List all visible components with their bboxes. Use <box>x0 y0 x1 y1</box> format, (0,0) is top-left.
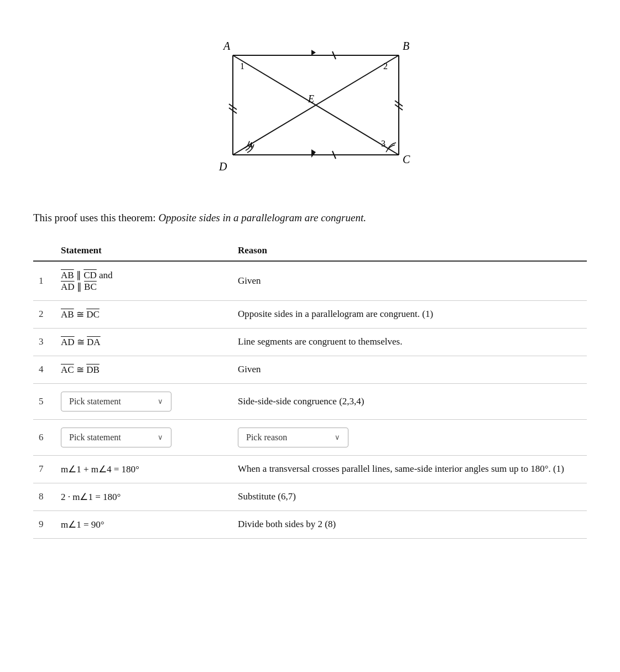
pick-statement-5-label: Pick statement <box>69 397 121 407</box>
table-row: 8 2 · m∠1 = 180° Substitute (6,7) <box>33 483 587 510</box>
col-header-statement: Statement <box>55 242 232 261</box>
label-B: B <box>403 40 409 52</box>
statement-4: AC ≅ DB <box>55 356 232 383</box>
table-row: 9 m∠1 = 90° Divide both sides by 2 (8) <box>33 510 587 538</box>
row-num-6: 6 <box>33 419 55 455</box>
statement-7: m∠1 + m∠4 = 180° <box>55 455 232 483</box>
chevron-down-icon: ∨ <box>158 397 163 406</box>
chevron-down-icon: ∨ <box>335 433 340 442</box>
pick-statement-5-button[interactable]: Pick statement ∨ <box>61 392 171 411</box>
statement-9: m∠1 = 90° <box>55 510 232 538</box>
statement-2: AB ≅ DC <box>55 300 232 328</box>
reason-4: Given <box>232 356 587 383</box>
pick-reason-6-label: Pick reason <box>246 433 287 442</box>
row-num-3: 3 <box>33 328 55 356</box>
col-header-reason: Reason <box>232 242 587 261</box>
reason-3: Line segments are congruent to themselve… <box>232 328 587 356</box>
pick-statement-6-label: Pick statement <box>69 433 121 442</box>
table-row: 5 Pick statement ∨ Side-side-side congru… <box>33 383 587 419</box>
label-2: 2 <box>383 61 388 71</box>
table-row: 3 AD ≅ DA Line segments are congruent to… <box>33 328 587 356</box>
pick-reason-6-button[interactable]: Pick reason ∨ <box>238 428 348 447</box>
label-A: A <box>222 40 231 52</box>
reason-6: Pick reason ∨ <box>232 419 587 455</box>
label-3: 3 <box>381 139 385 148</box>
statement-6: Pick statement ∨ <box>55 419 232 455</box>
row-num-7: 7 <box>33 455 55 483</box>
row-num-9: 9 <box>33 510 55 538</box>
label-1: 1 <box>240 61 244 71</box>
statement-1: AB ∥ CD and AD ∥ BC <box>55 261 232 301</box>
row-num-8: 8 <box>33 483 55 510</box>
chevron-down-icon: ∨ <box>158 433 163 442</box>
diagram-container: A B C D E 1 2 3 4 <box>33 22 587 194</box>
row-num-4: 4 <box>33 356 55 383</box>
statement-8: 2 · m∠1 = 180° <box>55 483 232 510</box>
label-E: E <box>308 93 314 105</box>
theorem-text: This proof uses this theorem: Opposite s… <box>33 210 587 226</box>
reason-5: Side-side-side congruence (2,3,4) <box>232 383 587 419</box>
reason-1: Given <box>232 261 587 301</box>
svg-marker-6 <box>311 50 316 55</box>
svg-marker-7 <box>311 149 316 158</box>
row-num-2: 2 <box>33 300 55 328</box>
table-row: 1 AB ∥ CD and AD ∥ BC Given <box>33 261 587 301</box>
reason-7: When a transversal crosses parallel line… <box>232 455 587 483</box>
label-4: 4 <box>248 140 253 150</box>
statement-3: AD ≅ DA <box>55 328 232 356</box>
reason-9: Divide both sides by 2 (8) <box>232 510 587 538</box>
col-header-num <box>33 242 55 261</box>
table-row: 4 AC ≅ DB Given <box>33 356 587 383</box>
reason-2: Opposite sides in a parallelogram are co… <box>232 300 587 328</box>
row-num-1: 1 <box>33 261 55 301</box>
reason-8: Substitute (6,7) <box>232 483 587 510</box>
statement-5: Pick statement ∨ <box>55 383 232 419</box>
pick-statement-6-button[interactable]: Pick statement ∨ <box>61 428 171 447</box>
geometry-diagram: A B C D E 1 2 3 4 <box>166 22 454 194</box>
row-num-5: 5 <box>33 383 55 419</box>
label-C: C <box>403 153 410 165</box>
label-D: D <box>218 160 227 173</box>
table-row: 7 m∠1 + m∠4 = 180° When a transversal cr… <box>33 455 587 483</box>
table-row: 2 AB ≅ DC Opposite sides in a parallelog… <box>33 300 587 328</box>
table-header-row: Statement Reason <box>33 242 587 261</box>
table-row: 6 Pick statement ∨ Pick reason ∨ <box>33 419 587 455</box>
proof-table: Statement Reason 1 AB ∥ CD and AD ∥ BC G… <box>33 242 587 539</box>
